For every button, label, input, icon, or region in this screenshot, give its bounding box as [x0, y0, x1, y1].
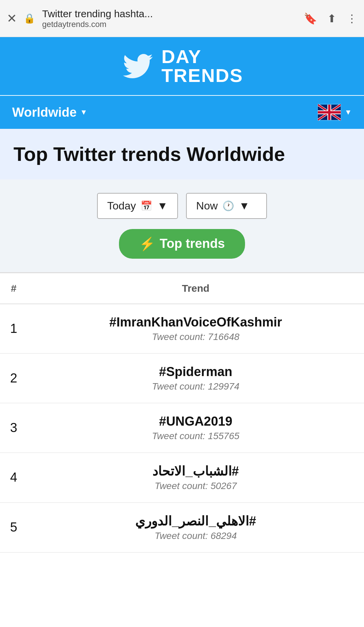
controls-row: Today 📅 ▼ Now 🕐 ▼	[97, 193, 267, 219]
browser-chrome: ✕ 🔒 Twitter trending hashta... getdaytre…	[0, 0, 364, 37]
row-content[interactable]: #الشباب_الاتحادTweet count: 50267	[27, 453, 364, 503]
row-number: 4	[0, 453, 27, 503]
twitter-bird-logo	[121, 49, 155, 83]
uk-flag	[317, 104, 341, 121]
calendar-icon: 📅	[141, 200, 152, 211]
controls-area: Today 📅 ▼ Now 🕐 ▼ ⚡ Top trends	[0, 179, 364, 273]
tweet-count: Tweet count: 155765	[37, 431, 354, 441]
page-title: Twitter trending hashta...	[42, 8, 297, 20]
row-content[interactable]: #ImranKhanVoiceOfKashmirTweet count: 716…	[27, 304, 364, 353]
browser-actions: 🔖 ⬆ ⋮	[304, 12, 357, 25]
table-row[interactable]: 3#UNGA2019Tweet count: 155765	[0, 403, 364, 453]
tweet-count: Tweet count: 50267	[37, 481, 354, 491]
trend-name: #ImranKhanVoiceOfKashmir	[37, 315, 354, 330]
table-row[interactable]: 1#ImranKhanVoiceOfKashmirTweet count: 71…	[0, 304, 364, 353]
region-caret: ▼	[80, 108, 87, 117]
top-trends-label: Top trends	[160, 236, 225, 251]
time-caret: ▼	[239, 200, 250, 212]
tweet-count: Tweet count: 68294	[37, 531, 354, 541]
row-content[interactable]: #SpidermanTweet count: 129974	[27, 353, 364, 403]
region-label: Worldwide	[12, 105, 77, 120]
table-row[interactable]: 4#الشباب_الاتحادTweet count: 50267	[0, 453, 364, 503]
share-icon[interactable]: ⬆	[327, 12, 336, 25]
main-heading: Top Twitter trends Worldwide	[13, 142, 351, 166]
bookmark-icon[interactable]: 🔖	[304, 12, 317, 25]
site-header: DAY TRENDS	[0, 37, 364, 96]
menu-icon[interactable]: ⋮	[346, 12, 357, 25]
trend-name: #UNGA2019	[37, 414, 354, 429]
row-number: 1	[0, 304, 27, 353]
date-selector[interactable]: Today 📅 ▼	[97, 193, 178, 219]
bolt-icon: ⚡	[139, 236, 155, 251]
top-trends-button[interactable]: ⚡ Top trends	[119, 229, 245, 259]
col-trend-header: Trend	[27, 273, 364, 304]
domain-label: getdaytrends.com	[42, 20, 297, 29]
trends-table: # Trend 1#ImranKhanVoiceOfKashmirTweet c…	[0, 273, 364, 553]
table-row[interactable]: 5#الاهلي_النصر_الدوريTweet count: 68294	[0, 503, 364, 552]
language-caret: ▼	[344, 108, 352, 117]
section-heading-area: Top Twitter trends Worldwide	[0, 129, 364, 179]
trend-name: #Spiderman	[37, 365, 354, 379]
day-label: DAY	[161, 47, 202, 66]
row-number: 2	[0, 353, 27, 403]
row-content[interactable]: #الاهلي_النصر_الدوريTweet count: 68294	[27, 503, 364, 552]
date-label: Today	[107, 200, 136, 212]
trends-label: TRENDS	[161, 66, 243, 85]
url-area: Twitter trending hashta... getdaytrends.…	[42, 8, 297, 29]
row-number: 5	[0, 503, 27, 552]
trend-name: #الاهلي_النصر_الدوري	[37, 514, 354, 529]
language-selector[interactable]: ▼	[317, 104, 352, 121]
clock-icon: 🕐	[222, 200, 234, 211]
region-selector[interactable]: Worldwide ▼	[12, 105, 87, 120]
table-row[interactable]: 2#SpidermanTweet count: 129974	[0, 353, 364, 403]
lock-icon: 🔒	[24, 13, 35, 24]
row-content[interactable]: #UNGA2019Tweet count: 155765	[27, 403, 364, 453]
nav-bar: Worldwide ▼ ▼	[0, 96, 364, 129]
close-icon[interactable]: ✕	[7, 12, 17, 25]
table-header-row: # Trend	[0, 273, 364, 304]
tweet-count: Tweet count: 129974	[37, 381, 354, 392]
time-selector[interactable]: Now 🕐 ▼	[186, 193, 267, 219]
date-caret: ▼	[157, 200, 168, 212]
col-hash-header: #	[0, 273, 27, 304]
trend-name: #الشباب_الاتحاد	[37, 464, 354, 479]
time-label: Now	[196, 200, 218, 212]
tweet-count: Tweet count: 716648	[37, 332, 354, 342]
site-title: DAY TRENDS	[161, 47, 243, 85]
row-number: 3	[0, 403, 27, 453]
